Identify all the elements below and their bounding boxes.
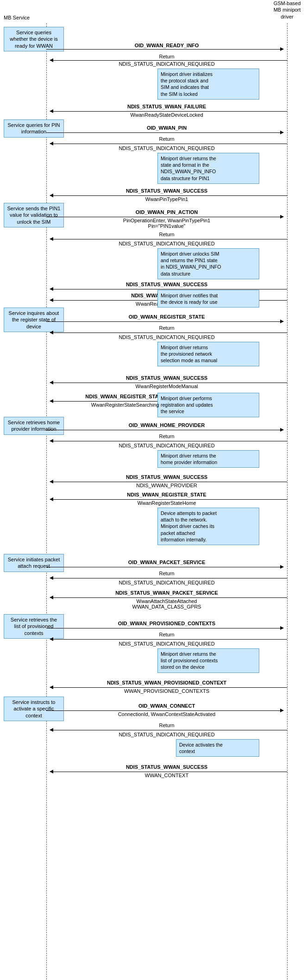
- wwan-context: WWAN_CONTEXT: [46, 773, 287, 778]
- ndis-indication-8: NDIS_STATUS_INDICATION_REQUIRED: [46, 732, 287, 737]
- note-miniport-init: Miniport driver initializesthe protocol …: [157, 69, 259, 100]
- note-service-activate-context: Service instructs toactivate a specificc…: [4, 697, 64, 721]
- note-miniport-network-mode: Miniport driver returnsthe provisioned n…: [157, 342, 259, 366]
- connect-params: ConnectionId, WwanContextStateActivated: [46, 711, 287, 717]
- sequence-diagram: MB Service GSM-basedMB miniportdriver Se…: [0, 0, 307, 980]
- note-miniport-pin-state: Miniport driver returns thestate and for…: [157, 153, 259, 184]
- wwan-register-mode-manual: WwanRegisterModeManual: [46, 383, 287, 389]
- wwan-pin-type: WwanPinTypePin1: [46, 196, 287, 202]
- ndis-wwan-provider: NDIS_WWAN_PROVIDER: [46, 483, 287, 488]
- ndis-indication-4: NDIS_STATUS_INDICATION_REQUIRED: [46, 334, 287, 340]
- note-miniport-home-provider: Miniport driver returns thehome provider…: [157, 450, 259, 468]
- note-miniport-provisioned: Miniport driver returns thelist of provi…: [157, 648, 259, 673]
- wwan-register-home: WwanRegisterStateHome: [46, 500, 287, 506]
- note-device-packet-attach: Device attempts to packetattach to the n…: [157, 508, 259, 545]
- ndis-indication-6: NDIS_STATUS_INDICATION_REQUIRED: [46, 580, 287, 585]
- mb-service-label: MB Service: [4, 15, 30, 20]
- lifeline-gsm-driver: [287, 23, 288, 980]
- note-miniport-unlock: Miniport driver unlocks SIMand returns t…: [157, 248, 259, 279]
- pin-action-params: PinOperationEnter, WwanPinTypePin1Pin="P…: [46, 218, 287, 229]
- ndis-indication-5: NDIS_STATUS_INDICATION_REQUIRED: [46, 443, 287, 448]
- gsm-driver-label: GSM-basedMB miniportdriver: [269, 0, 306, 20]
- ndis-indication-1: NDIS_STATUS_INDICATION_REQUIRED: [46, 61, 287, 67]
- ndis-indication-2: NDIS_STATUS_INDICATION_REQUIRED: [46, 145, 287, 151]
- note-miniport-ready: Miniport driver notifies thatthe device …: [157, 290, 259, 308]
- wwan-register-searching: WwanRegisterStateSearching: [46, 402, 204, 408]
- wwan-ready-state-locked: WwanReadyStateDeviceLocked: [46, 112, 287, 118]
- ndis-indication-7: NDIS_STATUS_INDICATION_REQUIRED: [46, 641, 287, 647]
- wwan-provisioned-contexts: WWAN_PROVISIONED_CONTEXTS: [46, 688, 287, 694]
- ndis-indication-3: NDIS_STATUS_INDICATION_REQUIRED: [46, 241, 287, 246]
- wwan-attach-state: WwanAttachStateAttachedWWAN_DATA_CLASS_G…: [46, 598, 287, 609]
- note-device-activates: Device activates thecontext: [176, 739, 259, 757]
